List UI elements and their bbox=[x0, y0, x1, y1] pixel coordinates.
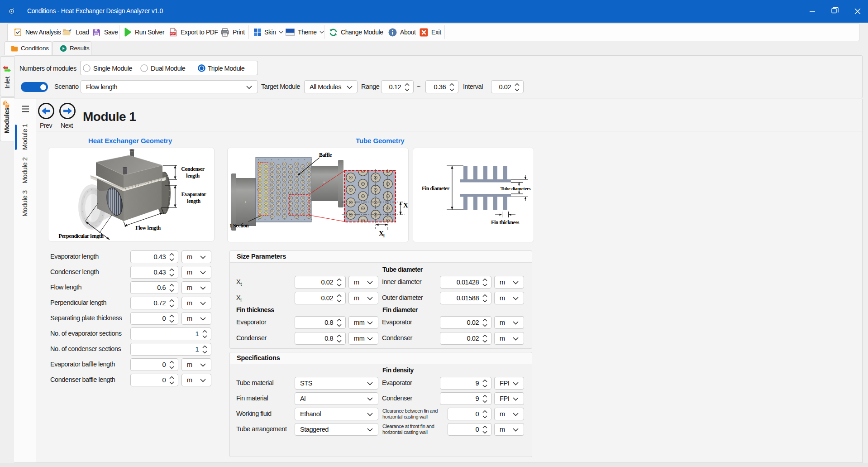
svg-text:Baffle: Baffle bbox=[319, 152, 332, 158]
svg-text:Fin diameter: Fin diameter bbox=[422, 185, 450, 192]
svg-text:l: l bbox=[383, 233, 385, 238]
svg-text:t: t bbox=[408, 205, 408, 210]
svg-text:PDF: PDF bbox=[171, 32, 176, 35]
svg-text:Perpendicular length: Perpendicular length bbox=[58, 233, 104, 239]
svg-text:Condenser: Condenser bbox=[181, 166, 205, 172]
svg-text:length: length bbox=[186, 173, 200, 179]
svg-text:Flow length: Flow length bbox=[135, 225, 161, 231]
svg-text:Evaporator: Evaporator bbox=[181, 191, 207, 197]
svg-text:1 Section: 1 Section bbox=[229, 222, 249, 229]
svg-text:Tube diameters: Tube diameters bbox=[501, 186, 531, 191]
svg-text:length: length bbox=[187, 198, 200, 204]
svg-text:Fin thickness: Fin thickness bbox=[491, 219, 520, 226]
